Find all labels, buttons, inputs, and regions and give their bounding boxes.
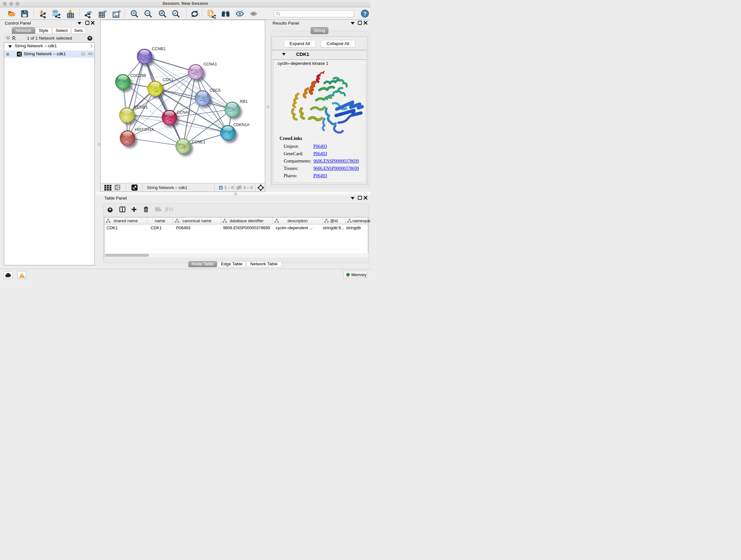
svg-text:CDC6: CDC6 [210, 88, 220, 92]
svg-text:CCNB2: CCNB2 [152, 47, 165, 51]
svg-text:CDK1: CDK1 [163, 78, 173, 82]
svg-text:RB1: RB1 [240, 99, 248, 104]
svg-text:CCNE1: CCNE1 [192, 140, 205, 144]
svg-text:CDC25B: CDC25B [131, 73, 146, 78]
svg-text:CDKN1A: CDKN1A [233, 123, 250, 127]
svg-text:HIST1H1A: HIST1H1A [135, 127, 154, 132]
svg-text:CCNA1: CCNA1 [204, 62, 217, 66]
svg-text:?: ? [363, 11, 366, 17]
svg-text:CCNB1: CCNB1 [134, 105, 147, 110]
svg-text:CCNA2: CCNA2 [177, 110, 190, 115]
